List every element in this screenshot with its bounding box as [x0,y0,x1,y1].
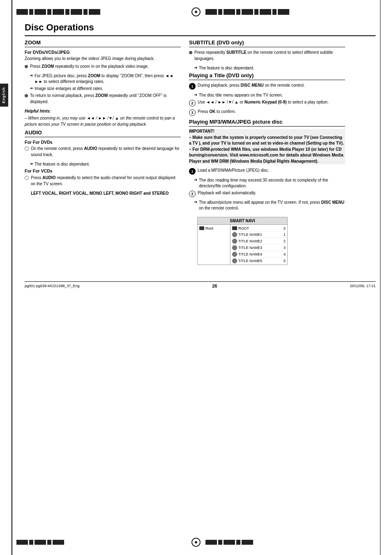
playing-title-arrow-1-text: The disc title menu appears on the TV sc… [199,92,283,98]
zoom-arrow-1-text: For JPEG picture disc, press ZOOM to dis… [35,73,181,85]
bar-block [16,9,28,15]
language-tab: English [0,84,8,107]
bar-block [35,9,46,15]
bottom-line: pg001-pg039-MCD139B_37_Eng 26 20/12/06, … [25,281,376,288]
audio-dvds-arrow-text: The feature is disc dependant. [35,161,90,167]
subtitle-section: SUBTITLE (DVD only) Press repeatedly SUB… [189,39,345,71]
zoom-arrow-2: ➜ Image size enlarges at different rates… [30,86,181,92]
navi-number-2: 2 [284,239,286,243]
audio-dvds-label: For For DVDs [25,140,181,145]
bar-block [224,540,235,545]
bar-block [35,540,46,545]
navi-label-1: TITLE NAME1 [238,233,262,237]
step-number-3: 3 [189,109,196,116]
bar-circle-inner [195,541,197,543]
mp3-arrow-1: ➜ The disc reading time may exceed 30 se… [194,177,345,189]
disc-icon [232,245,237,250]
bottom-area: pg001-pg039-MCD139B_37_Eng 26 20/12/06, … [25,281,376,288]
audio-vcds-text: Press AUDIO repeatedly to select the aud… [31,175,181,187]
mp3-step-2-text: Playback will start automatically. [198,190,256,196]
arrow-icon: ➜ [194,177,197,182]
audio-dvds-arrow: ➜ The feature is disc dependant. [30,161,181,167]
navi-number-0: 0 [284,226,286,230]
bar-block [278,9,289,15]
navi-label-0: ROOT [238,226,249,230]
mp3-arrow-1-text: The disc reading time may exceed 30 seco… [199,177,345,189]
folder-icon [232,226,237,230]
navi-row-root: Root [198,226,229,231]
playing-title-section: Playing a Title (DVD only) 1 During play… [189,72,345,117]
bar-block [242,540,253,545]
navi-row-5: TITLE NAME5 5 [231,258,286,264]
navi-number-4: 4 [284,252,286,256]
navi-row-2: TITLE NAME2 2 [231,238,286,244]
zoom-bullet-1-text: Press ZOOM repeatedly to zoom in on the … [30,64,149,70]
navi-number-3: 3 [284,246,286,250]
disc-icon [232,232,237,237]
bar-circle-left [191,7,201,16]
important-text-1: – Make sure that the system is properly … [189,135,345,147]
bar-block [205,9,217,15]
subtitle-section-title: SUBTITLE (DVD only) [189,39,345,47]
smart-navi-left-col: Root [198,225,231,265]
bar-block [218,540,222,545]
audio-vcds-bullet: Press AUDIO repeatedly to select the aud… [25,175,181,189]
navi-label-5: TITLE NAME5 [238,259,262,263]
smart-navi-right-col: ROOT 0 TITLE NAME1 1 T [231,225,287,265]
audio-vcds-label: For For VCDs [25,168,181,173]
audio-dvds-text: On the remote control, press AUDIO repea… [31,146,181,158]
bar-block [254,9,258,15]
bottom-bar-right [205,540,376,545]
bar-block [83,9,88,15]
mp3-step-number-1: 1 [189,168,196,175]
mp3-arrow-2-text: The album/picture menu will appear on th… [199,200,345,211]
disc-icon [232,252,237,257]
footer-right: 20/12/06, 17:21 [350,284,376,288]
navi-row-1: TITLE NAME1 1 [231,231,286,238]
bullet-dot-icon [25,65,28,68]
playing-title-step-2-text: Use ◄◄ / ►► /▼/ ▲ or Numeric Keypad (0-9… [198,99,329,106]
bar-block [236,9,240,15]
arrow-icon: ➜ [194,92,197,97]
navi-label-3: TITLE NAME3 [238,246,262,250]
folder-icon [199,226,204,230]
zoom-for-text: For DVDs/VCDs/JPEG [25,50,70,55]
bar-right-segment [205,9,376,15]
navi-number-5: 5 [284,259,286,263]
bottom-bar [16,538,376,547]
bar-block [89,9,100,15]
helpful-hints-title: Helpful hints: [25,109,181,113]
bar-block [260,9,271,15]
bar-block [16,540,28,545]
playing-title-step-1: 1 During playback, press DISC MENU on th… [189,83,345,90]
footer-left: pg001-pg039-MCD139B_37_Eng [25,284,80,288]
playing-title-arrow-1: ➜ The disc title menu appears on the TV … [194,92,345,98]
content-area: English Disc Operations ZOOM For DVDs/VC… [0,18,392,305]
bar-block [224,9,235,15]
playing-title-section-title: Playing a Title (DVD only) [189,72,345,80]
step-number-2: 2 [189,100,196,106]
important-label: IMPORTANT! [189,129,345,134]
zoom-section: ZOOM For DVDs/VCDs/JPEG Zooming allows y… [25,39,181,127]
playing-title-step-2: 2 Use ◄◄ / ►► /▼/ ▲ or Numeric Keypad (0… [189,99,345,107]
arrow-icon: ➜ [30,161,33,166]
arrow-icon: ➜ [30,86,33,90]
bullet-outline-icon [25,176,29,180]
bar-block [47,540,51,545]
navi-root-label: Root [205,226,213,230]
mp3-step-1: 1 Load a MP3/WMA/Picture (JPEG) disc. [189,168,345,175]
subtitle-bullet-1: Press repeatedly SUBTITLE on the remote … [189,50,345,63]
bar-block [29,540,33,545]
disc-icon [232,258,237,263]
playing-mp3-section: Playing MP3/WMA/JPEG picture disc IMPORT… [189,119,345,265]
navi-row-3: TITLE NAME3 3 [231,244,286,251]
mp3-step-2: 2 Playback will start automatically. [189,190,345,198]
bar-block [205,540,217,545]
navi-row-0: ROOT 0 [231,226,286,231]
navi-label-2: TITLE NAME2 [238,239,262,243]
bullet-dot-icon [189,51,192,54]
audio-section: AUDIO For For DVDs On the remote control… [25,129,181,197]
page-title: Disc Operations [25,22,376,36]
mp3-step-1-text: Load a MP3/WMA/Picture (JPEG) disc. [198,168,269,174]
zoom-bullet-2-text: To return to normal playback, press ZOOM… [30,93,181,105]
